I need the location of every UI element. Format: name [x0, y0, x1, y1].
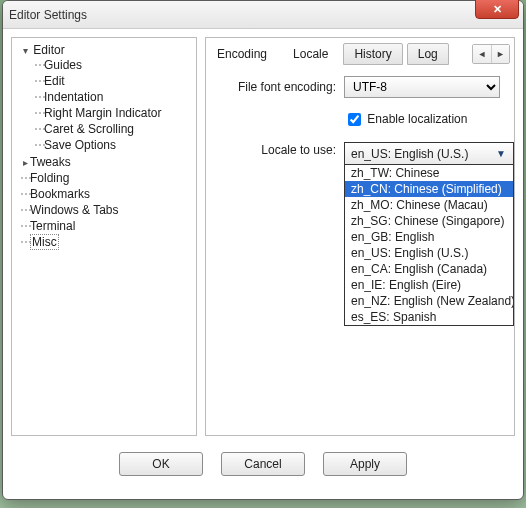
tree-node-indentation[interactable]: Indentation: [44, 90, 103, 104]
chevron-down-icon: ▼: [493, 148, 509, 159]
close-icon: ✕: [493, 3, 502, 16]
content-tabs: Encoding Locale History Log ◄ ►: [206, 38, 514, 66]
tree-node-right-margin[interactable]: Right Margin Indicator: [44, 106, 161, 120]
tree-node-tweaks[interactable]: Tweaks: [30, 155, 71, 169]
window-title: Editor Settings: [9, 8, 87, 22]
locale-label: Locale to use:: [220, 143, 336, 157]
enable-localization-label: Enable localization: [367, 112, 467, 126]
tab-log[interactable]: Log: [407, 43, 449, 65]
locale-option[interactable]: en_NZ: English (New Zealand): [345, 293, 513, 309]
tree-node-save-options[interactable]: Save Options: [44, 138, 116, 152]
content-pane: Encoding Locale History Log ◄ ► File fon…: [205, 37, 515, 436]
tab-locale[interactable]: Locale: [282, 43, 339, 65]
tree-node-terminal[interactable]: Terminal: [30, 219, 75, 233]
tree-node-bookmarks[interactable]: Bookmarks: [30, 187, 90, 201]
locale-option[interactable]: en_GB: English: [345, 229, 513, 245]
locale-option[interactable]: zh_SG: Chinese (Singapore): [345, 213, 513, 229]
locale-option[interactable]: en_US: English (U.S.): [345, 245, 513, 261]
tree-node-misc[interactable]: Misc: [30, 234, 59, 250]
tree-node-edit[interactable]: Edit: [44, 74, 65, 88]
tree-node-guides[interactable]: Guides: [44, 58, 82, 72]
locale-option[interactable]: en_CA: English (Canada): [345, 261, 513, 277]
apply-button[interactable]: Apply: [323, 452, 407, 476]
locale-option[interactable]: zh_TW: Chinese: [345, 165, 513, 181]
ok-button[interactable]: OK: [119, 452, 203, 476]
locale-select-trigger[interactable]: en_US: English (U.S.) ▼: [345, 143, 513, 165]
locale-select-value: en_US: English (U.S.): [351, 147, 468, 161]
tab-encoding[interactable]: Encoding: [212, 43, 278, 65]
encoding-label: File font encoding:: [220, 80, 336, 94]
enable-localization-checkbox[interactable]: [348, 113, 361, 126]
locale-option[interactable]: en_IE: English (Eire): [345, 277, 513, 293]
locale-options-list: zh_TW: Chinese zh_CN: Chinese (Simplifie…: [345, 165, 513, 325]
locale-option[interactable]: zh_CN: Chinese (Simplified): [345, 181, 513, 197]
tab-nav-arrows: ◄ ►: [472, 44, 510, 64]
settings-tree[interactable]: ▾ Editor ⋯Guides ⋯Edit ⋯Indentation ⋯Rig…: [11, 37, 197, 436]
tree-node-editor[interactable]: Editor: [33, 43, 64, 57]
tab-nav-next[interactable]: ►: [491, 45, 509, 63]
tree-node-windows-tabs[interactable]: Windows & Tabs: [30, 203, 118, 217]
dialog-buttons: OK Cancel Apply: [3, 444, 523, 488]
tab-nav-prev[interactable]: ◄: [473, 45, 491, 63]
locale-dropdown[interactable]: en_US: English (U.S.) ▼ zh_TW: Chinese z…: [344, 142, 514, 326]
locale-option[interactable]: zh_MO: Chinese (Macau): [345, 197, 513, 213]
cancel-button[interactable]: Cancel: [221, 452, 305, 476]
tree-node-folding[interactable]: Folding: [30, 171, 69, 185]
close-button[interactable]: ✕: [475, 0, 519, 19]
dialog-window: Editor Settings ✕ ▾ Editor ⋯Guides ⋯Edit…: [2, 0, 524, 500]
encoding-select[interactable]: UTF-8: [344, 76, 500, 98]
locale-option[interactable]: es_ES: Spanish: [345, 309, 513, 325]
tree-toggle-tweaks[interactable]: ▸: [20, 157, 30, 168]
tab-history[interactable]: History: [343, 43, 402, 65]
tree-toggle-editor[interactable]: ▾: [20, 45, 30, 56]
titlebar: Editor Settings ✕: [3, 1, 523, 29]
tree-node-caret-scrolling[interactable]: Caret & Scrolling: [44, 122, 134, 136]
